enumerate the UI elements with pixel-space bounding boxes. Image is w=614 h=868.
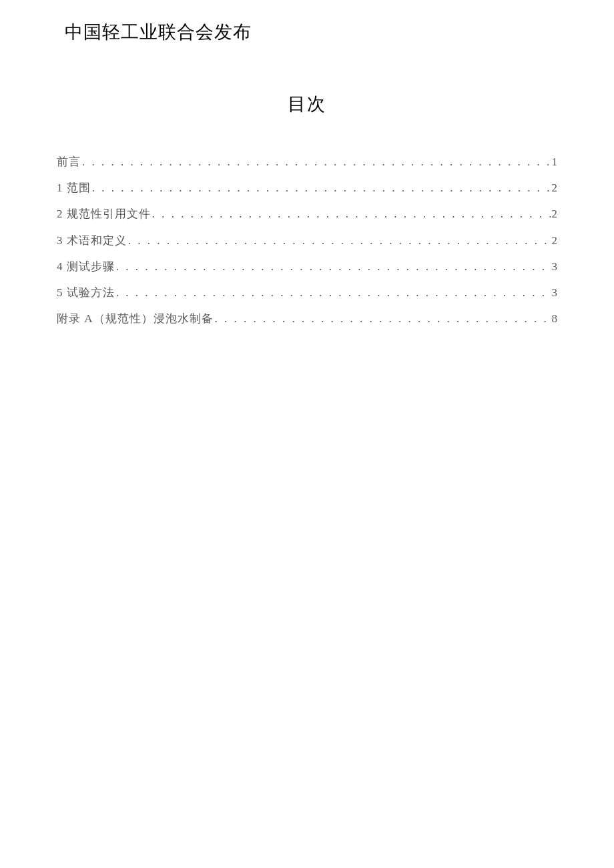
toc-dots: . . . . . . . . . . . . . . . . . . . . … — [127, 232, 552, 250]
toc-item: 前言 . . . . . . . . . . . . . . . . . . .… — [57, 153, 557, 171]
toc-item: 5 试验方法 . . . . . . . . . . . . . . . . .… — [57, 284, 557, 302]
toc-dots: . . . . . . . . . . . . . . . . . . . . … — [151, 205, 552, 223]
toc-item-label: 前言 — [57, 153, 81, 171]
toc-item-label: 2 规范性引用文件 — [57, 205, 151, 223]
toc-item-label: 1 范围 — [57, 179, 91, 197]
toc-item-label: 3 术语和定义 — [57, 232, 127, 250]
toc-item: 附录 A（规范性）浸泡水制备 . . . . . . . . . . . . .… — [57, 310, 557, 328]
toc-item-page: 2 — [552, 179, 558, 197]
toc-item-page: 2 — [552, 232, 558, 250]
toc-item-page: 2 — [552, 205, 558, 223]
toc-item-page: 1 — [552, 153, 558, 171]
publisher-name: 中国轻工业联合会发布 — [65, 20, 557, 44]
toc-dots: . . . . . . . . . . . . . . . . . . . . … — [115, 258, 552, 276]
toc-dots: . . . . . . . . . . . . . . . . . . . . … — [91, 179, 552, 197]
toc-title: 目次 — [57, 92, 557, 116]
toc-item: 1 范围 . . . . . . . . . . . . . . . . . .… — [57, 179, 557, 197]
toc-dots: . . . . . . . . . . . . . . . . . . . . … — [81, 153, 552, 171]
toc-item-label: 附录 A（规范性）浸泡水制备 — [57, 310, 214, 328]
toc-item-page: 3 — [552, 284, 558, 302]
document-page: 中国轻工业联合会发布 目次 前言 . . . . . . . . . . . .… — [0, 0, 614, 328]
toc-item-label: 5 试验方法 — [57, 284, 115, 302]
toc-item: 2 规范性引用文件 . . . . . . . . . . . . . . . … — [57, 205, 557, 223]
toc-item: 3 术语和定义 . . . . . . . . . . . . . . . . … — [57, 232, 557, 250]
toc-item-page: 3 — [552, 258, 558, 276]
toc-item: 4 测试步骤 . . . . . . . . . . . . . . . . .… — [57, 258, 557, 276]
toc-item-page: 8 — [552, 310, 558, 328]
toc-dots: . . . . . . . . . . . . . . . . . . . . … — [115, 284, 552, 302]
toc-dots: . . . . . . . . . . . . . . . . . . . . … — [214, 310, 552, 328]
toc-list: 前言 . . . . . . . . . . . . . . . . . . .… — [57, 153, 557, 328]
toc-item-label: 4 测试步骤 — [57, 258, 115, 276]
